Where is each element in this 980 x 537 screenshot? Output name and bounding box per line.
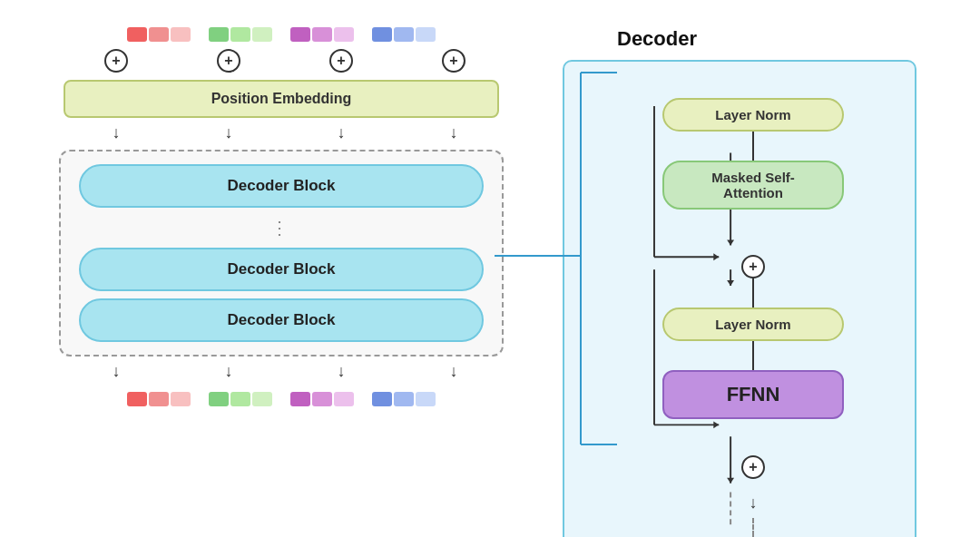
token-chip-blue bbox=[372, 27, 436, 42]
main-container: + + + + Position Embedding ↓ ↓ ↓ ↓ Decod… bbox=[0, 0, 980, 537]
decoder-detail-box: Layer Norm Masked Self-Attention + Layer… bbox=[563, 60, 916, 537]
connector-2 bbox=[752, 278, 754, 293]
token-chip-purple bbox=[290, 27, 354, 42]
token-cell bbox=[149, 27, 169, 42]
decoder-stack-box: Decoder Block ⋮ Decoder Block Decoder Bl… bbox=[59, 150, 504, 356]
plus-circle-3: + bbox=[329, 49, 353, 73]
token-cell bbox=[290, 392, 310, 406]
token-cell bbox=[416, 392, 436, 406]
token-row-bottom bbox=[127, 392, 436, 406]
connector-2b bbox=[752, 293, 754, 308]
plus-circle-4: + bbox=[442, 49, 466, 73]
token-cell bbox=[252, 392, 272, 406]
output-chip-blue bbox=[372, 392, 436, 406]
decoder-title: Decoder bbox=[617, 27, 953, 51]
output-chip-purple bbox=[290, 392, 354, 406]
token-cell bbox=[334, 392, 354, 406]
layer-norm-1-box: Layer Norm bbox=[662, 98, 844, 132]
dots-spacer: ⋮ bbox=[270, 217, 292, 239]
decoder-block-3: Decoder Block bbox=[79, 298, 484, 342]
token-cell bbox=[394, 392, 414, 406]
token-cell bbox=[127, 27, 147, 42]
token-row-top bbox=[127, 27, 436, 42]
plus-circle-1: + bbox=[104, 49, 128, 73]
token-cell bbox=[127, 392, 147, 406]
token-cell bbox=[252, 27, 272, 42]
arrows-down-row2: ↓ ↓ ↓ ↓ bbox=[104, 362, 466, 381]
token-cell bbox=[230, 27, 250, 42]
decoder-block-1: Decoder Block bbox=[79, 164, 484, 208]
arrow-down-4: ↓ bbox=[442, 123, 466, 142]
token-cell bbox=[209, 392, 229, 406]
arrow-down-3: ↓ bbox=[329, 123, 353, 142]
token-cell bbox=[416, 27, 436, 42]
token-cell bbox=[171, 27, 191, 42]
connector-3 bbox=[752, 341, 754, 356]
arrow-down-out-2: ↓ bbox=[217, 362, 240, 381]
arrow-down-2: ↓ bbox=[217, 123, 240, 142]
token-cell bbox=[230, 392, 250, 406]
detail-inner: Layer Norm Masked Self-Attention + Layer… bbox=[610, 80, 897, 537]
token-cell bbox=[394, 27, 414, 42]
layer-norm-2-box: Layer Norm bbox=[662, 308, 844, 341]
token-cell bbox=[209, 27, 229, 42]
connector-1b bbox=[752, 146, 754, 161]
plus-row: + + + + bbox=[104, 49, 466, 73]
arrows-down-row: ↓ ↓ ↓ ↓ bbox=[104, 123, 466, 142]
token-cell bbox=[290, 27, 310, 42]
output-chip-red bbox=[127, 392, 191, 406]
right-panel: Decoder bbox=[563, 18, 953, 537]
token-cell bbox=[334, 27, 354, 42]
arrow-down-out-3: ↓ bbox=[329, 362, 353, 381]
token-cell bbox=[312, 27, 332, 42]
ffnn-box: FFNN bbox=[662, 370, 844, 419]
token-chip-green bbox=[209, 27, 272, 42]
token-cell bbox=[372, 27, 392, 42]
arrow-down-out-1: ↓ bbox=[104, 362, 128, 381]
plus-circle-detail-2: + bbox=[741, 455, 765, 479]
output-arrow: ↓ bbox=[750, 493, 758, 513]
token-cell bbox=[372, 392, 392, 406]
arrow-down-1: ↓ bbox=[104, 123, 128, 142]
position-embedding-box: Position Embedding bbox=[64, 80, 499, 118]
plus-circle-detail-1: + bbox=[741, 255, 765, 278]
token-chip-red bbox=[127, 27, 191, 42]
masked-self-attention-box: Masked Self-Attention bbox=[662, 161, 844, 210]
connector-1 bbox=[752, 132, 754, 146]
left-panel: + + + + Position Embedding ↓ ↓ ↓ ↓ Decod… bbox=[27, 18, 535, 406]
decoder-block-2: Decoder Block bbox=[79, 248, 484, 291]
arrow-down-out-4: ↓ bbox=[442, 362, 466, 381]
connector-3b bbox=[752, 356, 754, 370]
plus-circle-2: + bbox=[217, 49, 240, 73]
dashed-output-line bbox=[752, 518, 754, 536]
token-cell bbox=[149, 392, 169, 406]
output-chip-green bbox=[209, 392, 272, 406]
token-cell bbox=[171, 392, 191, 406]
token-cell bbox=[312, 392, 332, 406]
